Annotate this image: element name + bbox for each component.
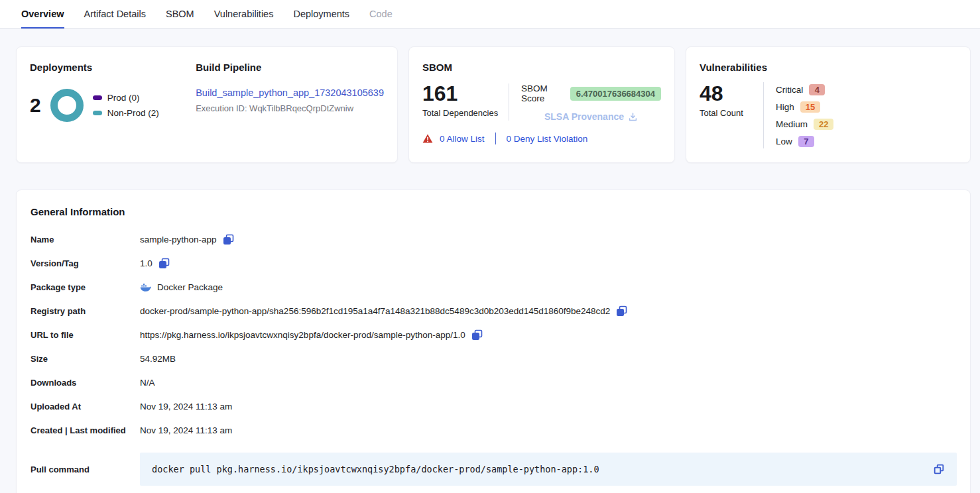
downloads-value: N/A bbox=[140, 378, 155, 388]
uploaded-at-value: Nov 19, 2024 11:13 am bbox=[140, 402, 232, 411]
row-label: Size bbox=[31, 354, 140, 364]
tab-artifact-details[interactable]: Artifact Details bbox=[84, 0, 146, 28]
divider bbox=[763, 82, 764, 148]
row-label: Package type bbox=[31, 282, 140, 292]
row-label: Downloads bbox=[31, 378, 140, 388]
severity-count-badge: 15 bbox=[800, 101, 820, 113]
legend-item-nonprod: Non-Prod (2) bbox=[93, 108, 159, 118]
tab-deployments[interactable]: Deployments bbox=[293, 0, 349, 28]
sbom-score-badge: 6.470017636684304 bbox=[570, 87, 661, 101]
tab-code[interactable]: Code bbox=[369, 0, 393, 28]
page-content: Deployments 2 Prod (0) Non-Prod (2) bbox=[0, 29, 980, 493]
severity-list: Critical 4 High 15 Medium 22 Low 7 bbox=[776, 82, 833, 148]
severity-label: High bbox=[776, 102, 794, 112]
deployments-section: Deployments 2 Prod (0) Non-Prod (2) bbox=[30, 62, 182, 148]
row-downloads: Downloads N/A bbox=[31, 376, 957, 389]
copy-icon[interactable] bbox=[223, 234, 234, 245]
deny-list-violation-link[interactable]: 0 Deny List Violation bbox=[507, 134, 588, 144]
sbom-total-dependencies: 161 bbox=[422, 82, 509, 105]
divider bbox=[495, 133, 496, 144]
tab-sbom[interactable]: SBOM bbox=[166, 0, 194, 28]
general-information-title: General Information bbox=[31, 206, 957, 217]
copy-icon[interactable] bbox=[933, 463, 945, 475]
copy-icon[interactable] bbox=[158, 258, 170, 269]
vulnerabilities-title: Vulnerabilities bbox=[700, 62, 957, 73]
package-type-value: Docker Package bbox=[157, 282, 223, 292]
severity-count-badge: 22 bbox=[814, 119, 833, 130]
severity-label: Low bbox=[776, 137, 792, 146]
row-size: Size 54.92MB bbox=[31, 353, 957, 365]
row-label: Created | Last modified bbox=[31, 425, 140, 435]
vulnerabilities-total-label: Total Count bbox=[700, 108, 763, 118]
prod-color-pill bbox=[93, 95, 102, 100]
general-information-card: General Information Name sample-python-a… bbox=[16, 190, 971, 493]
prod-label: Prod (0) bbox=[107, 93, 140, 103]
copy-icon[interactable] bbox=[616, 305, 627, 317]
row-pull-command: Pull command docker pull pkg.harness.io/… bbox=[31, 453, 957, 486]
pull-command-text: docker pull pkg.harness.io/ikpsjoavtcwxn… bbox=[152, 464, 599, 474]
copy-icon[interactable] bbox=[471, 329, 483, 341]
row-label: Version/Tag bbox=[31, 258, 140, 268]
severity-row-low: Low 7 bbox=[776, 135, 833, 148]
divider bbox=[509, 83, 509, 121]
sbom-title: SBOM bbox=[422, 62, 661, 73]
deployments-card: Deployments 2 Prod (0) Non-Prod (2) bbox=[16, 46, 398, 163]
build-pipeline-link[interactable]: Build_sample_python_app_1732043105639 bbox=[196, 87, 384, 98]
row-created-modified: Created | Last modified Nov 19, 2024 11:… bbox=[31, 424, 957, 437]
name-value: sample-python-app bbox=[140, 235, 217, 245]
severity-count-badge: 7 bbox=[798, 136, 814, 147]
summary-cards-row: Deployments 2 Prod (0) Non-Prod (2) bbox=[16, 46, 971, 163]
nonprod-color-pill bbox=[93, 111, 102, 115]
vulnerabilities-total-count: 48 bbox=[700, 82, 763, 105]
deployments-donut-chart bbox=[50, 89, 84, 122]
row-label: Name bbox=[31, 235, 140, 245]
row-version-tag: Version/Tag 1.0 bbox=[31, 257, 957, 270]
row-label: Pull command bbox=[31, 465, 140, 474]
registry-path-value: docker-prod/sample-python-app/sha256:596… bbox=[140, 306, 610, 316]
severity-row-critical: Critical 4 bbox=[776, 83, 833, 97]
deployments-total-count: 2 bbox=[30, 94, 41, 117]
sbom-card: SBOM 161 Total Dependencies SBOM Score 6… bbox=[408, 46, 675, 163]
version-value: 1.0 bbox=[140, 258, 153, 268]
row-label: Registry path bbox=[31, 306, 140, 316]
severity-count-badge: 4 bbox=[809, 84, 825, 95]
size-value: 54.92MB bbox=[140, 354, 176, 364]
severity-label: Critical bbox=[776, 85, 803, 95]
deployments-title: Deployments bbox=[30, 62, 182, 73]
nonprod-label: Non-Prod (2) bbox=[107, 108, 159, 118]
row-registry-path: Registry path docker-prod/sample-python-… bbox=[31, 305, 957, 317]
download-icon[interactable] bbox=[628, 112, 638, 122]
sbom-total-label: Total Dependencies bbox=[422, 108, 509, 118]
severity-row-medium: Medium 22 bbox=[776, 117, 833, 131]
row-label: Uploaded At bbox=[31, 402, 140, 411]
severity-label: Medium bbox=[776, 119, 808, 129]
sbom-score-label: SBOM Score bbox=[521, 83, 565, 103]
row-name: Name sample-python-app bbox=[31, 233, 957, 246]
url-to-file-value: https://pkg.harness.io/ikpsjoavtcwxnqisy… bbox=[140, 330, 465, 340]
tab-bar: Overview Artifact Details SBOM Vulnerabi… bbox=[0, 0, 980, 29]
legend-item-prod: Prod (0) bbox=[93, 93, 159, 103]
tab-overview[interactable]: Overview bbox=[21, 0, 64, 28]
allow-list-link[interactable]: 0 Allow List bbox=[440, 134, 485, 144]
pull-command-box: docker pull pkg.harness.io/ikpsjoavtcwxn… bbox=[140, 453, 957, 486]
execution-id: Execution ID: WqkTilbBRqecQrpDtZwniw bbox=[196, 103, 384, 113]
slsa-provenance-link[interactable]: SLSA Provenance bbox=[544, 111, 624, 122]
row-package-type: Package type Docker Package bbox=[31, 281, 957, 294]
row-url-to-file: URL to file https://pkg.harness.io/ikpsj… bbox=[31, 329, 957, 341]
row-uploaded-at: Uploaded At Nov 19, 2024 11:13 am bbox=[31, 400, 957, 413]
vulnerabilities-card: Vulnerabilities 48 Total Count Critical … bbox=[686, 46, 971, 163]
docker-icon bbox=[140, 283, 151, 292]
severity-row-high: High 15 bbox=[776, 100, 833, 114]
created-modified-value: Nov 19, 2024 11:13 am bbox=[140, 425, 232, 435]
warning-triangle-icon bbox=[422, 134, 433, 143]
build-pipeline-section: Build Pipeline Build_sample_python_app_1… bbox=[182, 62, 384, 148]
tab-vulnerabilities[interactable]: Vulnerabilities bbox=[214, 0, 274, 28]
row-label: URL to file bbox=[31, 330, 140, 340]
build-pipeline-title: Build Pipeline bbox=[196, 62, 384, 73]
deployments-legend: Prod (0) Non-Prod (2) bbox=[93, 93, 159, 118]
